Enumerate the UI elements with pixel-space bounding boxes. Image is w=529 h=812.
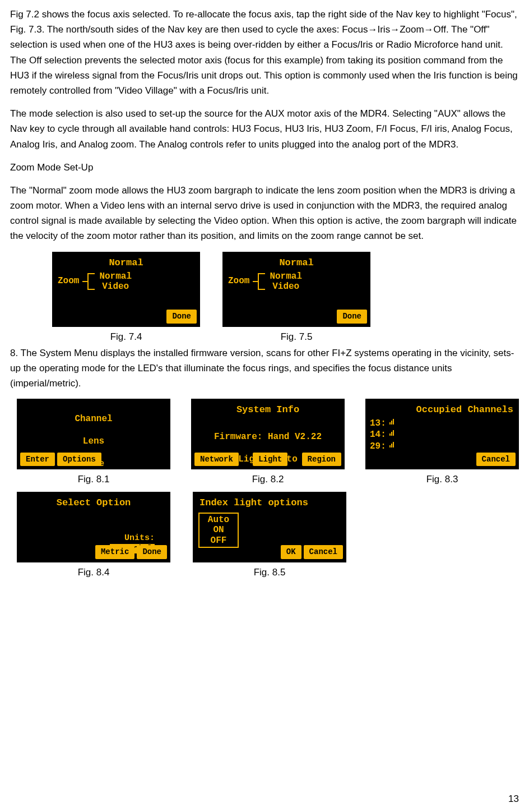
lcd-option: ON bbox=[202, 525, 235, 535]
figure-block: Select Option Units: Imperial Knob direc… bbox=[17, 492, 170, 580]
lcd-option: Normal bbox=[270, 271, 302, 282]
lcd-title: Normal bbox=[53, 253, 199, 270]
figure-caption: Fig. 8.4 bbox=[17, 565, 170, 580]
svg-rect-0 bbox=[389, 422, 391, 425]
soft-button-done[interactable]: Done bbox=[137, 545, 167, 559]
soft-button-cancel[interactable]: Cancel bbox=[304, 545, 343, 559]
svg-rect-4 bbox=[391, 432, 392, 436]
figure-block: System Info Firmware: Hand V2.22 Light: … bbox=[191, 399, 345, 487]
figure-caption: Fig. 8.3 bbox=[365, 472, 519, 487]
lcd-screen-fig84: Select Option Units: Imperial Knob direc… bbox=[17, 492, 170, 562]
figure-block: Normal Zoom Normal Video Done Fig. 7.5 bbox=[222, 252, 370, 344]
figure-row: Normal Zoom Normal Video Done Fig. 7.4 N… bbox=[10, 252, 519, 344]
lcd-screen-fig83: Occupied Channels 13: 14: 29: Cancel bbox=[365, 399, 519, 469]
paragraph: 8. The System Menu displays the installe… bbox=[10, 345, 519, 391]
lcd-label: Units: bbox=[124, 533, 155, 543]
svg-rect-8 bbox=[393, 442, 394, 447]
soft-button-cancel[interactable]: Cancel bbox=[476, 453, 516, 466]
lcd-option: Video bbox=[99, 282, 132, 292]
menu-item: Channel bbox=[24, 413, 164, 425]
figure-caption: Fig. 8.2 bbox=[191, 472, 345, 487]
bracket-icon bbox=[253, 271, 266, 292]
figure-caption: Fig. 8.1 bbox=[17, 472, 170, 487]
soft-button-done[interactable]: Done bbox=[337, 310, 367, 323]
lcd-screen-fig85: Index light options Auto ON OFF OK Cance… bbox=[193, 492, 346, 562]
signal-icon bbox=[388, 418, 396, 430]
figure-block: Occupied Channels 13: 14: 29: Cancel Fig… bbox=[365, 399, 519, 487]
figure-block: Normal Zoom Normal Video Done Fig. 7.4 bbox=[52, 252, 200, 344]
lcd-option: Auto bbox=[202, 515, 235, 525]
lcd-title: System Info bbox=[192, 400, 344, 417]
svg-rect-7 bbox=[391, 444, 392, 447]
figure-block: Channel Lens Mode System Enter Options F… bbox=[17, 399, 170, 487]
soft-button-ok[interactable]: OK bbox=[281, 545, 301, 559]
lcd-screen-fig74: Normal Zoom Normal Video Done bbox=[52, 252, 200, 327]
figure-caption: Fig. 7.4 bbox=[52, 329, 200, 344]
soft-button-done[interactable]: Done bbox=[166, 310, 197, 323]
figure-block: Index light options Auto ON OFF OK Cance… bbox=[193, 492, 346, 580]
svg-rect-3 bbox=[389, 433, 391, 436]
channel-entry: 14: bbox=[370, 429, 386, 441]
lcd-label: Zoom bbox=[228, 274, 249, 289]
lcd-option: OFF bbox=[202, 536, 235, 546]
svg-rect-1 bbox=[391, 421, 392, 425]
channel-entry: 13: bbox=[370, 418, 386, 430]
lcd-title: Index light options bbox=[194, 493, 345, 510]
figure-row: Select Option Units: Imperial Knob direc… bbox=[10, 492, 519, 580]
soft-button-light[interactable]: Light bbox=[253, 453, 287, 466]
svg-rect-2 bbox=[393, 419, 394, 425]
lcd-screen-fig75: Normal Zoom Normal Video Done bbox=[222, 252, 370, 327]
soft-button-region[interactable]: Region bbox=[302, 453, 341, 466]
lcd-line: Firmware: Hand V2.22 bbox=[198, 431, 338, 442]
lcd-label: Zoom bbox=[58, 274, 79, 289]
lcd-screen-fig81: Channel Lens Mode System Enter Options bbox=[17, 399, 170, 469]
soft-button-options[interactable]: Options bbox=[57, 453, 101, 466]
menu-item: Lens bbox=[24, 436, 164, 447]
soft-button-enter[interactable]: Enter bbox=[20, 453, 55, 466]
lcd-title: Normal bbox=[224, 253, 369, 270]
signal-icon bbox=[388, 429, 396, 441]
paragraph: Fig 7.2 shows the focus axis selected. T… bbox=[10, 7, 519, 98]
soft-button-network[interactable]: Network bbox=[194, 453, 239, 466]
svg-rect-5 bbox=[393, 430, 394, 436]
bracket-icon bbox=[82, 271, 96, 292]
figure-caption: Fig. 7.5 bbox=[222, 329, 370, 344]
figure-caption: Fig. 8.5 bbox=[193, 565, 346, 580]
paragraph: The "Normal" zoom mode allows the HU3 zo… bbox=[10, 183, 519, 244]
figure-row: Channel Lens Mode System Enter Options F… bbox=[10, 399, 519, 487]
svg-rect-6 bbox=[389, 445, 391, 447]
signal-icon bbox=[388, 441, 396, 453]
lcd-option: Normal bbox=[99, 271, 132, 282]
lcd-title: Occupied Channels bbox=[366, 400, 518, 417]
soft-button-metric[interactable]: Metric bbox=[95, 545, 134, 559]
section-heading: Zoom Mode Set-Up bbox=[10, 160, 519, 175]
lcd-option: Video bbox=[270, 282, 302, 292]
paragraph: The mode selection is also used to set-u… bbox=[10, 106, 519, 152]
channel-entry: 29: bbox=[370, 441, 386, 453]
lcd-title: Select Option bbox=[18, 493, 169, 510]
lcd-screen-fig82: System Info Firmware: Hand V2.22 Light: … bbox=[191, 399, 345, 469]
